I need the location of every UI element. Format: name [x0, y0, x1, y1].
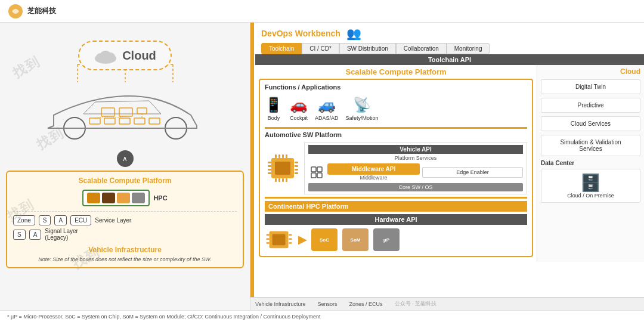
sensors-label: Sensors — [318, 301, 338, 307]
svg-rect-51 — [289, 238, 292, 240]
svg-rect-13 — [119, 108, 132, 116]
vehicle-infra-bottom-label: Vehicle Infrastructure — [255, 301, 306, 307]
up-chip: µP — [373, 228, 400, 251]
devops-title: DevOps Workbench — [261, 29, 340, 38]
devops-tabs[interactable]: Toolchain CI / CD* SW Distribution Colla… — [261, 43, 638, 54]
tab-sw-distribution[interactable]: SW Distribution — [339, 43, 396, 54]
svg-rect-15 — [89, 118, 100, 124]
data-center-label: Data Center — [541, 160, 640, 166]
svg-rect-47 — [267, 234, 270, 236]
func-body: 📱 Body — [265, 97, 283, 121]
som-chip: SoM — [342, 228, 369, 251]
svg-rect-19 — [149, 118, 160, 124]
predictive-box: Predictive — [541, 98, 640, 113]
footnote-text: * µP = Micro-Processor, SoC = System on … — [7, 314, 321, 320]
zone-box: Zone — [13, 215, 35, 225]
cloud-column: Cloud Digital Twin Predictive Cloud Serv… — [537, 65, 644, 262]
chip-4 — [132, 193, 145, 203]
svg-rect-36 — [286, 154, 287, 158]
data-icon: 🗄️ — [545, 173, 636, 193]
hw-icon-block — [265, 142, 301, 194]
soc-chip: SoC — [311, 228, 338, 251]
middleware-sub-label: Middleware — [327, 175, 420, 181]
svg-rect-12 — [101, 108, 114, 116]
func-adas: 🚙 ADAS/AD — [315, 97, 339, 121]
tab-cicd[interactable]: CI / CD* — [302, 43, 339, 54]
svg-rect-26 — [268, 165, 271, 167]
middleware-api-wrapper: Middleware API Middleware — [327, 163, 420, 181]
svg-rect-34 — [278, 154, 280, 158]
svg-rect-42 — [317, 167, 322, 172]
svg-rect-38 — [278, 178, 280, 182]
chip-svg-icon — [267, 153, 299, 183]
loop-icon — [309, 165, 324, 179]
ecu-box: ECU — [70, 215, 91, 225]
middleware-inner: Middleware API Middleware Edge Enabler — [308, 163, 523, 181]
hpc-chips — [82, 190, 150, 206]
car-cockpit-icon: 🚗 — [290, 97, 308, 113]
svg-rect-25 — [268, 162, 271, 163]
phone-icon: 📱 — [265, 97, 283, 113]
logo-text: 芝能科技 — [27, 6, 56, 16]
hpc-chip-svg — [265, 227, 293, 252]
hpc-label: HPC — [153, 194, 167, 202]
cockpit-label: Cockpit — [290, 115, 308, 121]
svg-rect-31 — [295, 169, 298, 171]
hpc-chip-1 — [265, 227, 293, 252]
svg-rect-41 — [311, 167, 316, 172]
vehicle-note: Note: Size of the boxes does not reflect… — [13, 256, 237, 262]
s-box: S — [39, 215, 51, 225]
safety-label: Safety/Motion — [346, 115, 379, 121]
svg-rect-30 — [295, 165, 298, 167]
svg-rect-52 — [289, 242, 292, 244]
main-content: 找到 找到 找到 找到 Cloud — [0, 23, 644, 310]
arrow-toggle[interactable]: ∧ — [6, 150, 244, 167]
svg-rect-32 — [295, 172, 298, 174]
tab-collaboration[interactable]: Collaboration — [396, 43, 447, 54]
car-diagram-svg — [30, 85, 221, 145]
data-center-box: 🗄️ Cloud / On Premise — [541, 169, 640, 203]
compute-platform-title: Scalable Compute Platform — [13, 177, 237, 185]
sim-box: Simulation & ValidationServices — [541, 135, 640, 156]
svg-rect-39 — [282, 178, 284, 182]
chip-2 — [102, 193, 115, 203]
svg-rect-40 — [286, 178, 287, 182]
left-panel: 找到 找到 找到 找到 Cloud — [0, 23, 250, 310]
svg-rect-35 — [282, 154, 284, 158]
right-main: Scalable Compute Platform Functions / Ap… — [255, 65, 537, 262]
cloud-label-left: Cloud — [122, 49, 156, 63]
logo-area: 芝能科技 — [7, 3, 56, 20]
body-label: Body — [268, 115, 280, 121]
orange-vert-bar — [250, 23, 254, 310]
data-center-section: Data Center 🗄️ Cloud / On Premise — [541, 160, 640, 203]
on-premise-label: Cloud / On Premise — [545, 193, 636, 199]
svg-rect-49 — [267, 242, 270, 244]
a-box: A — [54, 215, 67, 225]
core-sw-bar: Core SW / OS — [308, 183, 523, 191]
up-visual: µP — [373, 228, 400, 251]
automotive-sw-label: Automotive SW Platform — [265, 131, 527, 138]
hpc-row: HPC — [13, 190, 237, 206]
svg-point-9 — [100, 51, 111, 59]
svg-rect-14 — [137, 108, 147, 114]
svg-rect-37 — [275, 178, 277, 182]
orange-divider-2 — [265, 197, 527, 199]
digital-twin-label: Digital Twin — [545, 83, 636, 90]
service-layer-label: Service Layer — [95, 217, 131, 224]
chip-1 — [87, 193, 100, 203]
sim-label: Simulation & ValidationServices — [545, 139, 636, 152]
svg-rect-33 — [275, 154, 277, 158]
svg-rect-43 — [311, 173, 316, 178]
arrow-btn[interactable]: ∧ — [117, 150, 134, 167]
tab-toolchain[interactable]: Toolchain — [261, 43, 302, 54]
tab-monitoring[interactable]: Monitoring — [447, 43, 490, 54]
som-visual: SoM — [342, 228, 369, 251]
loop-icon-wrapper — [308, 165, 325, 179]
antenna-icon: 📡 — [353, 97, 371, 113]
svg-rect-17 — [119, 118, 130, 124]
adas-label: ADAS/AD — [315, 115, 339, 121]
svg-rect-50 — [289, 234, 292, 236]
hardware-api-bar: Hardware API — [265, 214, 527, 225]
svg-rect-48 — [267, 238, 270, 240]
right-body: Scalable Compute Platform Functions / Ap… — [255, 65, 644, 262]
